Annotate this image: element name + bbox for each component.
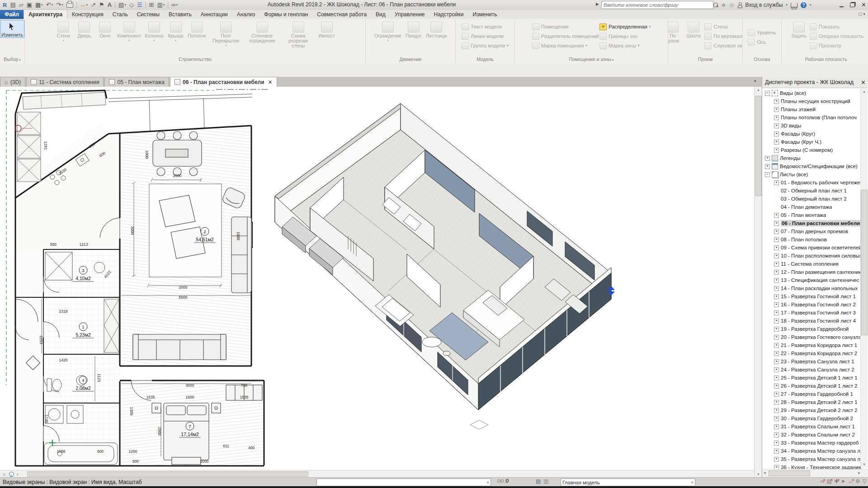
expand-icon[interactable]: + bbox=[774, 465, 779, 469]
drag-on-selection-toggle[interactable]: ↔✕ bbox=[848, 478, 853, 485]
tag-icon[interactable]: ⚑ bbox=[98, 1, 105, 9]
tree-item-11-система-отопления[interactable]: +11 - Система отопления bbox=[762, 260, 868, 268]
expand-icon[interactable]: + bbox=[774, 245, 779, 250]
signin-label[interactable]: Вход в службы bbox=[745, 2, 783, 8]
tree-item-26-развертка-детской-1-лист-2[interactable]: +26 - Развертка Детской 1 лист 2 bbox=[762, 382, 868, 390]
editing-requests-icon[interactable]: ▥ bbox=[543, 478, 548, 484]
tree-item-23-развертка-санузла-лист-1[interactable]: +23 - Развертка Санузла лист 1 bbox=[762, 357, 868, 366]
tree-item-планы-несущих-конструкций[interactable]: +Планы несущих конструкций bbox=[762, 97, 868, 105]
expand-icon[interactable]: + bbox=[774, 237, 779, 242]
button-roof[interactable]: Крыша▾ bbox=[166, 20, 186, 43]
tree-item-13-спецификация-сантехничес[interactable]: +13 - Спецификация сантехничес bbox=[762, 276, 868, 284]
background-processes-icon[interactable]: ⚙ bbox=[855, 478, 860, 485]
sync-icon[interactable]: ▩▾ bbox=[34, 1, 44, 9]
default-3d-view-icon[interactable]: ▧▾ bbox=[118, 1, 127, 9]
project-browser-close-icon[interactable]: ✕ bbox=[861, 79, 866, 86]
help-icon[interactable]: ? bbox=[801, 2, 807, 8]
help-search-input[interactable] bbox=[601, 1, 713, 9]
tree-item-16-развертка-гостиной-лист-2[interactable]: +16 - Развертка Гостиной лист 2 bbox=[762, 300, 868, 309]
select-links-toggle[interactable]: ∞✕ bbox=[821, 478, 825, 485]
button-area-yellow[interactable]: Распределенная▾ bbox=[599, 22, 651, 31]
expand-icon[interactable]: + bbox=[774, 115, 779, 120]
expand-icon[interactable]: + bbox=[774, 107, 779, 112]
select-underlay-toggle[interactable]: ▤✕ bbox=[827, 478, 832, 485]
tree-item-02-обмерный-план-лист-1[interactable]: +02 - Обмерный план лист 1 bbox=[762, 187, 868, 195]
tree-item-33-развертка-мастер-гардероб[interactable]: +33 - Развертка Мастер гардероб bbox=[762, 439, 868, 447]
button-model-group[interactable]: Группа модели▾ bbox=[462, 41, 509, 50]
worksharing-display-icon[interactable]: ☼ bbox=[2, 471, 6, 477]
button-reference-plane[interactable]: Опорная плоскость bbox=[810, 32, 863, 41]
button-room-tag[interactable]: Марка помещения▾ bbox=[532, 41, 599, 50]
tree-item-21-развертка-коридора-лист-1[interactable]: +21 - Развертка Коридора лист 1 bbox=[762, 341, 868, 349]
button-set-workplane[interactable]: Задать bbox=[789, 20, 809, 39]
button-column[interactable]: Колонна▾ bbox=[143, 20, 165, 43]
button-door[interactable]: Дверь bbox=[74, 20, 94, 39]
button-vertical-opening[interactable]: По вертикали bbox=[704, 32, 742, 41]
tree-item-3d-виды[interactable]: +3D виды bbox=[762, 122, 868, 130]
open-icon[interactable]: ▱ bbox=[18, 1, 24, 9]
exchange-apps-cart-icon[interactable] bbox=[791, 3, 798, 7]
expand-icon[interactable]: + bbox=[774, 270, 779, 275]
tree-item-04-план-демонтажа[interactable]: +04 - План демонтажа bbox=[762, 203, 868, 211]
canvas-vscroll-thumb[interactable] bbox=[755, 96, 762, 196]
expand-icon[interactable]: + bbox=[774, 253, 779, 258]
tree-item-30-развертка-гардеробной-2[interactable]: +30 - Развертка Гардеробной 2 bbox=[762, 414, 868, 422]
button-level[interactable]: Уровень bbox=[748, 28, 776, 37]
button-mullion[interactable]: Импост bbox=[317, 20, 337, 39]
tree-item-фасады-круг-ч-[interactable]: +Фасады (Круг Ч.) bbox=[762, 138, 868, 146]
collapse-icon[interactable]: − bbox=[765, 172, 770, 177]
ribbon-tab-системы[interactable]: Системы bbox=[132, 10, 164, 19]
tree-item-планы-этажей[interactable]: +Планы этажей bbox=[762, 105, 868, 113]
button-curtain-grid[interactable]: Схема разрезки стены bbox=[281, 20, 316, 49]
expand-icon[interactable]: + bbox=[774, 432, 779, 437]
expand-icon[interactable]: + bbox=[774, 327, 779, 332]
tree-item-03-обмерный-план-лист-2[interactable]: +03 - Обмерный план лист 2 bbox=[762, 195, 868, 203]
expand-icon[interactable]: + bbox=[774, 294, 779, 299]
expand-icon[interactable]: + bbox=[765, 164, 770, 169]
browser-hscroll-thumb[interactable] bbox=[769, 470, 810, 476]
expand-icon[interactable]: + bbox=[774, 441, 779, 446]
expand-icon[interactable]: + bbox=[774, 278, 779, 283]
button-ramp[interactable]: Пандус bbox=[404, 20, 424, 39]
browser-scroll-left-icon[interactable]: ◂ bbox=[764, 470, 766, 475]
expand-icon[interactable]: + bbox=[774, 310, 779, 315]
button-floor[interactable]: Пол/Перекрытие▾ bbox=[208, 20, 244, 48]
search-icon[interactable] bbox=[713, 3, 718, 7]
tree-item-35-развертка-мастер-санузла-л[interactable]: +35 - Развертка Мастер санузла л bbox=[762, 455, 868, 463]
expand-icon[interactable]: + bbox=[774, 123, 779, 128]
browser-hscroll[interactable]: ◂ ▸ bbox=[762, 469, 868, 477]
button-wall-opening[interactable]: Стена bbox=[704, 22, 742, 31]
button-wall[interactable]: Стена▾ bbox=[53, 20, 73, 43]
expand-icon[interactable]: + bbox=[774, 180, 779, 185]
tree-item-29-развертка-детской-2-лист-2[interactable]: +29 - Развертка Детской 2 лист 2 bbox=[762, 406, 868, 414]
tree-item-разрезы-с-номером-[interactable]: +Разрезы (С номером) bbox=[762, 146, 868, 154]
button-dormer[interactable]: Слуховое окно bbox=[704, 41, 742, 50]
ribbon-tab-изменить[interactable]: Изменить bbox=[468, 10, 501, 19]
tree-item-19-развертка-гардеробной[interactable]: +19 - Развертка Гардеробной bbox=[762, 325, 868, 333]
button-room-separator[interactable]: Разделитель помещений bbox=[532, 32, 599, 41]
button-grid[interactable]: Ось bbox=[748, 38, 776, 47]
close-view-icon[interactable]: ✕ bbox=[268, 79, 273, 85]
expand-icon[interactable]: + bbox=[774, 99, 779, 104]
button-workplane-viewer[interactable]: Просмотр bbox=[810, 41, 863, 50]
expand-icon[interactable]: + bbox=[774, 286, 779, 291]
expand-icon[interactable]: + bbox=[774, 319, 779, 324]
print-icon[interactable] bbox=[66, 1, 74, 9]
expand-icon[interactable]: + bbox=[774, 392, 779, 397]
expand-icon[interactable]: + bbox=[774, 367, 779, 372]
design-options-select[interactable]: ∨ bbox=[316, 479, 491, 486]
tree-item-20-развертка-гостевого-санузла[interactable]: +20 - Развертка Гостевого санузла bbox=[762, 333, 868, 341]
expand-icon[interactable]: + bbox=[774, 375, 779, 380]
view-tab-06-план-расстановки-мебели[interactable]: 06 - План расстановки мебели✕ bbox=[170, 77, 277, 87]
panel-label[interactable]: Выбор ▾ bbox=[0, 56, 24, 63]
text-icon[interactable]: A bbox=[107, 1, 113, 9]
select-by-face-toggle[interactable]: ➤ bbox=[841, 478, 845, 485]
expand-icon[interactable]: + bbox=[774, 408, 779, 413]
expand-icon[interactable]: + bbox=[774, 335, 779, 340]
aligned-dimension-icon[interactable]: ↗ bbox=[90, 1, 97, 9]
favorites-star-icon[interactable]: ☆ bbox=[729, 2, 735, 9]
signin-person-icon[interactable] bbox=[738, 2, 742, 8]
tree-item-14-план-раскладки-напольных[interactable]: +14 - План раскладки напольных bbox=[762, 284, 868, 292]
button-stair[interactable]: Лестница bbox=[425, 20, 448, 39]
button-opening-by-face[interactable]: По грани bbox=[668, 20, 683, 44]
